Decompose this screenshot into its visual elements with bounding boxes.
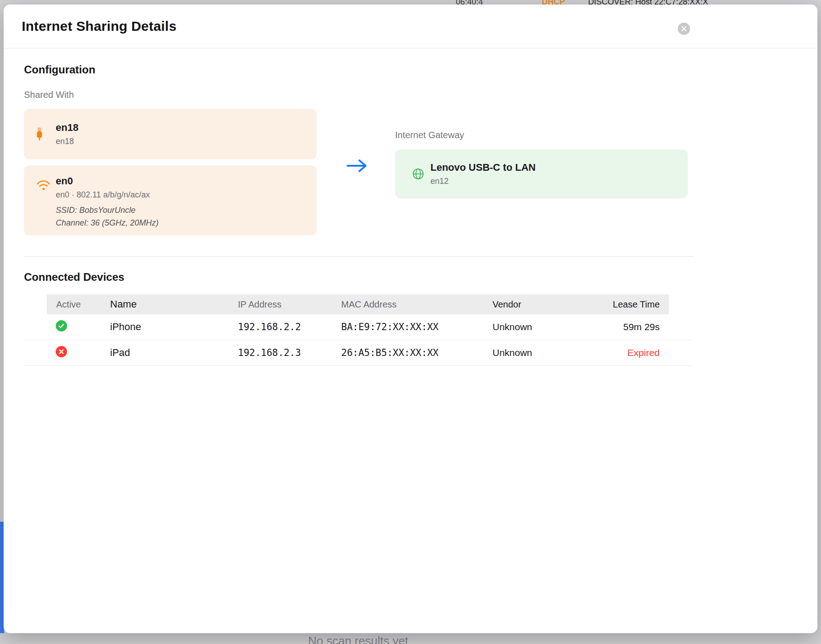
vendor-cell: Unknown [493,322,612,332]
device-name-cell: iPhone [110,321,238,333]
interface-ssid: SSID: BobsYourUncle [56,205,159,215]
background-no-results-text: No scan results yet [308,634,408,644]
mac-address-cell: 26:A5:B5:XX:XX:XX [341,347,493,358]
column-header-vendor: Vendor [493,299,612,310]
interface-subtitle: en18 [56,136,78,146]
arrow-right-icon [346,159,368,175]
interface-name: en0 [56,175,159,187]
lease-time-cell: 59m 29s [612,322,692,332]
connected-devices-table: Active Name IP Address MAC Address Vendo… [24,294,692,366]
configuration-heading: Configuration [24,63,95,76]
column-header-lease: Lease Time [612,299,692,310]
gateway-subtitle: en12 [430,176,536,186]
active-status-cell [47,346,110,360]
column-header-ip: IP Address [238,299,341,310]
gateway-name: Lenovo USB-C to LAN [430,162,536,173]
device-name-cell: iPad [110,347,238,359]
page-title: Internet Sharing Details [22,19,177,34]
table-row: iPad 192.168.2.3 26:A5:B5:XX:XX:XX Unkno… [24,340,692,366]
interface-channel: Channel: 36 (5GHz, 20MHz) [56,218,159,228]
close-icon [678,29,690,36]
section-divider [24,256,694,257]
table-header-row: Active Name IP Address MAC Address Vendo… [24,294,692,314]
column-header-active: Active [47,299,110,310]
column-header-name: Name [110,298,238,310]
ip-address-cell: 192.168.2.3 [238,347,341,358]
table-row: iPhone 192.168.2.2 BA:E9:72:XX:XX:XX Unk… [24,314,692,340]
mac-address-cell: BA:E9:72:XX:XX:XX [341,322,493,332]
shared-with-label: Shared With [24,90,74,100]
interface-name: en18 [56,122,78,134]
internet-gateway-label: Internet Gateway [395,130,464,140]
interface-texts: en0 en0 · 802.11 a/b/g/n/ac/ax SSID: Bob… [56,175,159,228]
interface-texts: en18 en18 [56,122,78,146]
gateway-texts: Lenovo USB-C to LAN en12 [430,162,536,186]
usb-icon [36,127,43,141]
shared-interface-card-en18: en18 en18 [24,109,317,159]
globe-icon [412,168,424,180]
active-status-cell [47,320,110,334]
dialog-header: Internet Sharing Details [4,5,817,48]
connected-devices-heading: Connected Devices [24,271,124,284]
vendor-cell: Unknown [493,347,612,358]
interface-subtitle: en0 · 802.11 a/b/g/n/ac/ax [56,190,159,200]
ip-address-cell: 192.168.2.2 [238,322,341,332]
internet-sharing-details-dialog: Internet Sharing Details Configuration S… [4,5,817,633]
x-circle-icon [56,346,67,360]
check-circle-icon [56,320,67,334]
shared-interface-card-en0: en0 en0 · 802.11 a/b/g/n/ac/ax SSID: Bob… [24,165,317,235]
gateway-card: Lenovo USB-C to LAN en12 [395,149,688,198]
lease-time-cell: Expired [612,347,692,358]
wifi-icon [36,179,51,191]
close-button[interactable] [678,23,690,35]
column-header-mac: MAC Address [341,299,493,310]
